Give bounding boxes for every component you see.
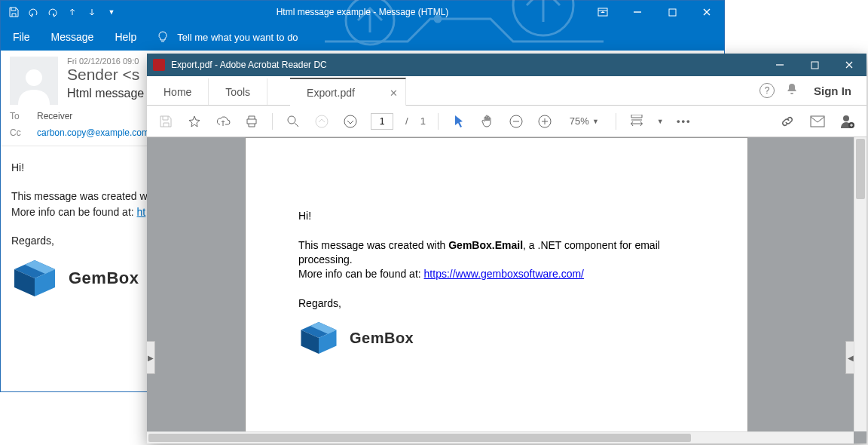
notifications-icon[interactable] [785,82,799,99]
quick-access-toolbar: ▼ [1,2,121,23]
page-total: 1 [420,115,426,127]
chevron-down-icon: ▼ [592,118,599,125]
tab-document-title: Export.pdf [307,87,355,99]
cc-value[interactable]: carbon.copy@example.com [37,127,149,138]
tab-tools[interactable]: Tools [209,78,267,105]
pdf-content: Hi! This message was created with GemBox… [246,138,747,355]
selection-tool-icon[interactable] [451,113,467,130]
pdf-p2-a: More info can be found at: [298,268,424,280]
qat-next-icon[interactable] [82,2,102,23]
help-icon[interactable]: ? [760,83,775,98]
pdf-link[interactable]: https://www.gemboxsoftware.com/ [424,268,584,280]
acrobat-close-icon[interactable] [832,54,866,76]
gembox-cube-icon [298,321,339,355]
svg-rect-12 [811,116,824,127]
sender-avatar [10,57,58,105]
acrobat-titlebar: Export.pdf - Adobe Acrobat Reader DC [147,54,866,76]
gembox-cube-icon [11,259,58,298]
menu-message[interactable]: Message [51,31,94,43]
save-icon[interactable] [4,2,23,23]
tab-document[interactable]: Export.pdf ✕ [290,78,406,106]
zoom-level-dropdown[interactable]: 75% ▼ [565,115,604,127]
tab-close-icon[interactable]: ✕ [390,87,398,99]
outlook-ribbon-toggle-icon[interactable] [585,1,620,23]
tab-home[interactable]: Home [147,78,209,105]
page-down-icon[interactable] [342,113,359,130]
zoom-in-icon[interactable] [536,113,553,130]
acrobat-app-icon [153,59,165,71]
pdf-greeting: Hi! [298,209,695,223]
more-tools-icon[interactable]: ••• [676,113,692,130]
signin-button[interactable]: Sign In [809,84,856,97]
svg-point-13 [843,115,849,121]
tell-me-label: Tell me what you want to do [177,32,298,43]
lightbulb-icon [157,31,168,43]
page-separator: / [405,115,408,127]
acrobat-minimize-icon[interactable] [763,54,797,76]
acrobat-maximize-icon[interactable] [797,54,832,76]
tell-me-search[interactable]: Tell me what you want to do [157,31,298,43]
find-icon[interactable] [285,113,301,130]
cc-label: Cc [10,127,28,138]
share-link-icon[interactable] [779,113,796,130]
acrobat-viewport: Hi! This message was created with GemBox… [147,137,866,443]
svg-point-9 [344,115,356,127]
outlook-close-icon[interactable] [689,1,724,23]
cloud-upload-icon[interactable] [215,113,231,130]
to-value: Receiver [37,111,72,121]
star-icon[interactable] [186,113,203,130]
outlook-titlebar: ▼ Html message example - Message (HTML) [1,1,724,23]
undo-icon[interactable] [23,2,43,23]
left-panel-toggle[interactable]: ▶ [147,341,155,374]
pdf-gembox-brand-text: GemBox [350,328,414,348]
redo-icon[interactable] [43,2,63,23]
acrobat-toolbar: / 1 75% ▼ ▼ ••• [147,106,866,137]
qat-customize-icon[interactable]: ▼ [102,2,121,23]
page-up-icon[interactable] [313,113,330,130]
to-label: To [10,111,28,121]
save-icon[interactable] [157,113,174,130]
zoom-out-icon[interactable] [508,113,524,130]
email-icon[interactable] [809,113,826,130]
vertical-scrollbar[interactable] [854,137,866,431]
pdf-gembox-logo: GemBox [298,321,695,355]
acrobat-window: Export.pdf - Adobe Acrobat Reader DC Hom… [147,54,866,443]
pdf-regards: Regards, [298,296,695,311]
add-person-icon[interactable] [839,113,856,130]
menu-help[interactable]: Help [115,31,136,43]
outlook-window-title: Html message example - Message (HTML) [277,7,449,17]
svg-point-5 [26,69,42,86]
svg-point-7 [288,116,295,124]
pdf-p1-a: This message was created with [298,239,448,251]
print-icon[interactable] [243,113,260,130]
fit-dropdown-icon[interactable]: ▼ [657,118,664,125]
menu-file[interactable]: File [13,31,30,43]
fit-width-icon[interactable] [628,113,645,130]
hand-tool-icon[interactable] [479,113,496,130]
gembox-brand-text: GemBox [69,266,139,290]
svg-point-8 [316,115,328,127]
body-link[interactable]: ht [137,206,146,218]
outlook-maximize-icon[interactable] [655,1,689,23]
acrobat-tabbar: Home Tools Export.pdf ✕ ? Sign In [147,76,866,106]
acrobat-window-title: Export.pdf - Adobe Acrobat Reader DC [171,60,327,70]
horizontal-scrollbar[interactable] [147,431,854,443]
pdf-page: Hi! This message was created with GemBox… [245,137,748,443]
qat-previous-icon[interactable] [63,2,82,23]
svg-rect-4 [669,9,676,16]
zoom-value: 75% [570,115,589,127]
svg-rect-6 [811,62,818,69]
page-current-input[interactable] [371,113,393,130]
outlook-minimize-icon[interactable] [620,1,655,23]
outlook-menubar: File Message Help Tell me what you want … [1,23,724,51]
body-line2-prefix: More info can be found at: [11,206,137,218]
pdf-p1-b: GemBox.Email [448,239,523,251]
